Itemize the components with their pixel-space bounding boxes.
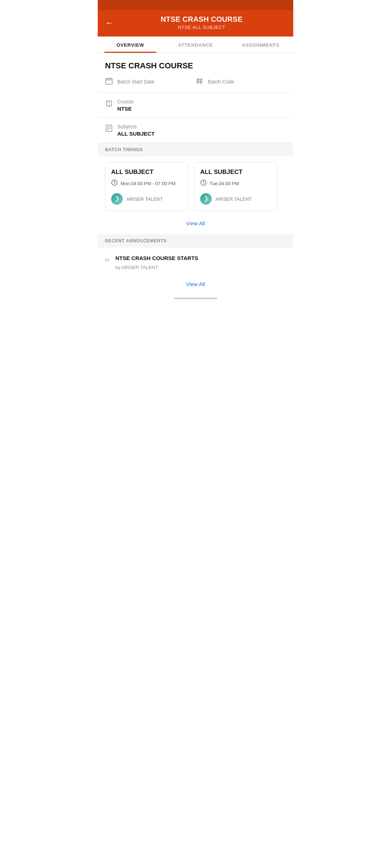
batch-start-date-block: Batch Start Date xyxy=(105,76,196,87)
announcements-section: RECENT ANNOUCEMENTS “ NTSE CRASH COURSE … xyxy=(98,234,293,277)
timing-teacher-row-2: ARISER TALENT xyxy=(200,193,271,205)
batch-code-label: Batch Code xyxy=(208,79,234,85)
tabs-bar: OVERVIEW ATTENDANCE ASSIGNMENTS xyxy=(98,37,293,53)
subjects-content: Subjects ALL SUBJECT xyxy=(117,124,155,137)
announcement-author-1: by ARISER TALENT xyxy=(115,265,198,270)
status-bar xyxy=(98,0,293,10)
timing-card-1: ALL SUBJECT Mon,04:00 PM - 07:00 PM xyxy=(105,162,188,211)
course-content: Course NTSE xyxy=(117,99,134,112)
course-label: Course xyxy=(117,99,134,105)
tab-attendance[interactable]: ATTENDANCE xyxy=(163,37,228,53)
bottom-bar xyxy=(98,295,293,303)
course-row: Course NTSE xyxy=(98,93,293,118)
teacher-avatar-1 xyxy=(111,193,123,205)
announcements-view-all-container: View All xyxy=(98,277,293,295)
header: ← NTSE CRASH COURSE NTSE ALL SUBJECT xyxy=(98,10,293,37)
timings-view-all-container: View All xyxy=(98,217,293,234)
timing-time-row-1: Mon,04:00 PM - 07:00 PM xyxy=(111,179,182,187)
announcement-item-1: “ NTSE CRASH COURSE STARTS by ARISER TAL… xyxy=(98,248,293,277)
tab-assignments[interactable]: ASSIGNMENTS xyxy=(228,37,293,53)
clock-icon-2 xyxy=(200,179,207,187)
batch-timings-header: BATCH TIMINGS xyxy=(98,143,293,157)
timing-time-row-2: Tue,04:00 PM xyxy=(200,179,271,187)
book-icon xyxy=(105,99,113,109)
batch-code-block: Batch Code xyxy=(196,76,286,87)
course-value: NTSE xyxy=(117,106,134,112)
announcements-view-all-button[interactable]: View All xyxy=(186,281,205,287)
timings-view-all-button[interactable]: View All xyxy=(186,220,205,226)
hash-icon xyxy=(196,77,203,87)
subjects-label: Subjects xyxy=(117,124,155,129)
timing-card-2: ALL SUBJECT Tue,04:00 PM ARISER xyxy=(194,162,277,211)
tab-overview[interactable]: OVERVIEW xyxy=(98,37,163,53)
bottom-home-indicator xyxy=(174,298,217,299)
announcement-content-1: NTSE CRASH COURSE STARTS by ARISER TALEN… xyxy=(115,255,198,270)
timing-time-2: Tue,04:00 PM xyxy=(210,181,239,186)
page-title: NTSE CRASH COURSE xyxy=(98,53,293,76)
main-content: NTSE CRASH COURSE Batch Start Date xyxy=(98,53,293,295)
teacher-avatar-2 xyxy=(200,193,212,205)
svg-line-5 xyxy=(201,78,201,84)
svg-rect-0 xyxy=(106,78,112,84)
teacher-name-2: ARISER TALENT xyxy=(215,196,252,202)
batch-info-row: Batch Start Date Batch Code xyxy=(98,76,293,93)
announcement-title-1: NTSE CRASH COURSE STARTS xyxy=(115,255,198,261)
svg-line-4 xyxy=(198,78,198,84)
svg-line-15 xyxy=(114,183,115,183)
header-title: NTSE CRASH COURSE xyxy=(117,15,286,24)
subjects-icon xyxy=(105,124,113,134)
calendar-icon xyxy=(105,77,113,87)
clock-icon-1 xyxy=(111,179,118,187)
timing-subject-2: ALL SUBJECT xyxy=(200,169,271,176)
subjects-value: ALL SUBJECT xyxy=(117,131,155,137)
subjects-row: Subjects ALL SUBJECT xyxy=(98,118,293,143)
teacher-name-1: ARISER TALENT xyxy=(126,196,163,202)
timing-teacher-row-1: ARISER TALENT xyxy=(111,193,182,205)
batch-start-date-label: Batch Start Date xyxy=(117,79,155,85)
timing-time-1: Mon,04:00 PM - 07:00 PM xyxy=(121,181,176,186)
timings-scroll-container[interactable]: ALL SUBJECT Mon,04:00 PM - 07:00 PM xyxy=(98,157,293,217)
quote-icon: “ xyxy=(105,256,110,270)
header-subtitle: NTSE ALL SUBJECT xyxy=(117,25,286,30)
svg-line-18 xyxy=(203,183,205,183)
announcements-header: RECENT ANNOUCEMENTS xyxy=(98,234,293,248)
timing-subject-1: ALL SUBJECT xyxy=(111,169,182,176)
back-button[interactable]: ← xyxy=(105,18,114,28)
header-title-block: NTSE CRASH COURSE NTSE ALL SUBJECT xyxy=(117,15,286,30)
